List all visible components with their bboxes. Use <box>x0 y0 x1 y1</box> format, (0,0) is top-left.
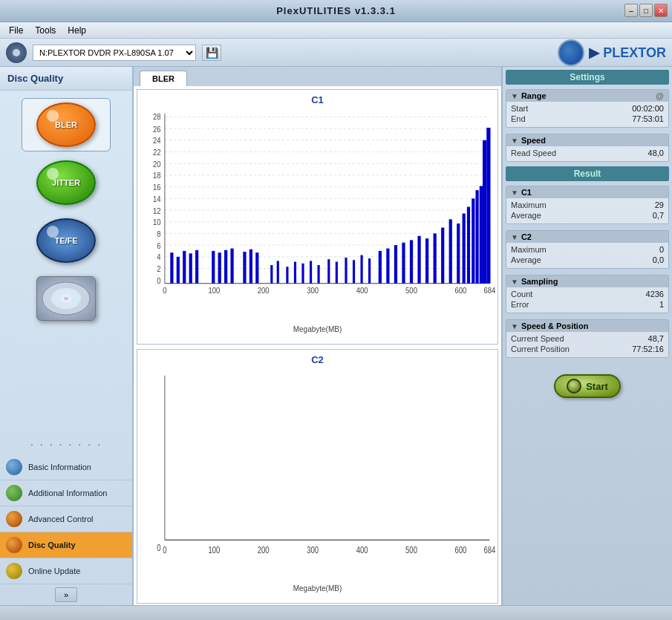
svg-text:24: 24 <box>153 137 161 145</box>
speed-section-header[interactable]: ▼ Speed <box>506 134 668 146</box>
tab-bler[interactable]: BLER <box>140 71 187 86</box>
drive-select[interactable]: N:PLEXTOR DVDR PX-L890SA 1.07 <box>33 45 196 61</box>
svg-rect-57 <box>286 267 288 283</box>
sampling-error-value: 1 <box>659 300 664 309</box>
c1-avg-row: Average 0,7 <box>511 210 664 221</box>
bler-button[interactable]: BLER <box>22 98 111 151</box>
svg-rect-56 <box>277 261 279 283</box>
start-button[interactable]: Start <box>554 374 621 398</box>
c2-result-header[interactable]: ▼ C2 <box>506 231 668 243</box>
c1-chart-svg: 28 26 24 22 20 18 16 14 12 10 8 6 4 2 <box>137 107 498 324</box>
sampling-error-row: Error 1 <box>511 299 664 310</box>
sidebar-item-disc-quality[interactable]: Disc Quality <box>0 532 132 558</box>
sidebar-item-additional[interactable]: Additional Information <box>0 480 132 506</box>
range-label: Range <box>521 91 547 100</box>
c1-chart-area: 28 26 24 22 20 18 16 14 12 10 8 6 4 2 <box>137 107 498 324</box>
additional-info-label: Additional Information <box>28 489 107 497</box>
read-speed-row: Read Speed 48,0 <box>511 148 664 158</box>
c2-avg-label: Average <box>511 255 541 264</box>
svg-text:8: 8 <box>157 230 161 238</box>
sampling-error-label: Error <box>511 300 529 309</box>
menubar: File Tools Help <box>0 22 672 39</box>
menu-file[interactable]: File <box>3 24 29 37</box>
svg-text:0: 0 <box>157 276 161 284</box>
range-end-label: End <box>511 114 526 123</box>
disc-button[interactable] <box>22 272 111 325</box>
minimize-button[interactable]: – <box>624 4 638 17</box>
svg-rect-59 <box>301 264 304 284</box>
svg-text:2: 2 <box>157 265 160 273</box>
sampling-section-header[interactable]: ▼ Sampling <box>506 275 668 287</box>
save-button[interactable]: 💾 <box>202 45 221 61</box>
window-controls: – □ ✕ <box>624 4 668 17</box>
c2-result-section: ▼ C2 Maximum 0 Average 0,0 <box>506 230 669 269</box>
svg-rect-71 <box>402 243 405 284</box>
svg-text:18: 18 <box>153 172 161 180</box>
range-section-body: Start 00:02:00 End 77:53:01 <box>506 102 668 127</box>
range-end-value: 77:53:01 <box>632 114 664 123</box>
c1-max-row: Maximum 29 <box>511 200 664 210</box>
svg-text:400: 400 <box>356 544 368 555</box>
svg-text:300: 300 <box>307 544 319 555</box>
window-title: PlexUTILITIES v1.3.3.1 <box>276 5 396 16</box>
bler-label: BLER <box>55 120 77 129</box>
svg-text:684: 684 <box>484 544 496 555</box>
svg-rect-66 <box>360 255 362 284</box>
range-section-header[interactable]: ▼ Range @ <box>506 90 668 102</box>
c1-title: C1 <box>137 90 498 107</box>
speed-position-header[interactable]: ▼ Speed & Position <box>506 320 668 332</box>
svg-rect-44 <box>177 257 180 284</box>
close-button[interactable]: ✕ <box>654 4 668 17</box>
range-start-row: Start 00:02:00 <box>511 103 664 114</box>
result-header: Result <box>506 166 669 181</box>
nav-items: Basic Information Additional Information… <box>0 454 132 584</box>
title-plex: Plex <box>276 5 299 16</box>
basic-info-label: Basic Information <box>28 463 91 471</box>
tefe-button[interactable]: TE/FE <box>22 214 111 267</box>
svg-text:200: 200 <box>258 544 270 555</box>
svg-rect-51 <box>230 249 233 284</box>
range-collapse-icon: ▼ <box>511 92 518 100</box>
svg-rect-77 <box>449 219 452 283</box>
svg-rect-69 <box>386 249 389 284</box>
svg-rect-79 <box>463 214 466 284</box>
svg-text:600: 600 <box>455 287 467 295</box>
read-speed-label: Read Speed <box>511 149 556 157</box>
sampling-count-label: Count <box>511 290 532 298</box>
svg-rect-68 <box>379 251 382 284</box>
svg-rect-67 <box>368 258 371 284</box>
svg-rect-73 <box>417 236 420 284</box>
read-speed-value: 48,0 <box>648 149 664 157</box>
speed-section-body: Read Speed 48,0 <box>506 146 668 161</box>
expand-button[interactable]: » <box>55 587 77 602</box>
basic-info-icon <box>6 459 22 475</box>
additional-info-icon <box>6 485 22 501</box>
tefe-label: TE/FE <box>54 236 77 245</box>
sidebar-item-advanced[interactable]: Advanced Control <box>0 506 132 532</box>
drive-icon <box>6 42 27 63</box>
sampling-count-value: 4236 <box>646 290 664 298</box>
c1-result-label: C1 <box>521 188 532 197</box>
start-button-icon <box>567 379 581 394</box>
c1-chart-panel: C1 28 26 24 22 20 18 16 14 12 10 8 <box>137 89 498 345</box>
svg-text:16: 16 <box>153 183 161 192</box>
svg-text:26: 26 <box>153 125 161 133</box>
current-position-label: Current Position <box>511 345 570 353</box>
c2-max-row: Maximum 0 <box>511 244 664 255</box>
svg-rect-84 <box>483 140 486 284</box>
jitter-button[interactable]: JITTER <box>22 156 111 209</box>
c1-result-header[interactable]: ▼ C1 <box>506 186 668 198</box>
menu-help[interactable]: Help <box>62 24 92 37</box>
svg-text:12: 12 <box>153 206 161 215</box>
menu-tools[interactable]: Tools <box>29 24 62 37</box>
sidebar-item-basic[interactable]: Basic Information <box>0 454 132 480</box>
c1-avg-label: Average <box>511 211 541 220</box>
titlebar: PlexUTILITIES v1.3.3.1 – □ ✕ <box>0 0 672 22</box>
sidebar-item-online-update[interactable]: Online Update <box>0 558 132 584</box>
maximize-button[interactable]: □ <box>639 4 653 17</box>
at-icon[interactable]: @ <box>656 91 664 100</box>
svg-rect-62 <box>327 259 330 284</box>
content-area: BLER C1 28 26 24 22 20 18 16 14 <box>134 67 501 605</box>
c1-result-section: ▼ C1 Maximum 29 Average 0,7 <box>506 186 669 224</box>
svg-rect-50 <box>224 250 227 284</box>
